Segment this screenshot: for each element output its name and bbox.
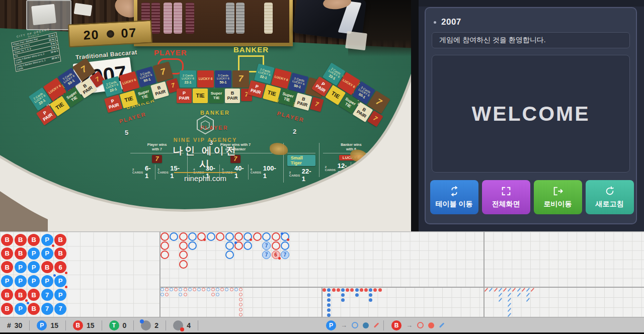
big-eye-cell	[184, 288, 187, 291]
player-badge-icon: P	[37, 320, 47, 330]
bet-spot-label: PAIR	[108, 102, 120, 110]
banker-pair-dot-icon	[287, 238, 289, 241]
small-road-cell	[355, 293, 359, 297]
bead-cell: B	[54, 247, 66, 260]
bead-cell: B	[41, 261, 53, 273]
banker-badge-icon: B	[73, 320, 83, 330]
small-road-cell	[373, 288, 377, 292]
bet-spot-label: 3 Cards	[218, 74, 228, 77]
cards-label: 3 CARDS	[389, 176, 400, 182]
bet-spot: 7	[232, 70, 249, 88]
refresh-button[interactable]: 새로고침	[586, 180, 634, 214]
lobby-button[interactable]: 로비이동	[534, 180, 582, 214]
small-road-cell	[332, 288, 336, 292]
small-road-cell	[327, 303, 331, 307]
big-eye-cell	[239, 313, 243, 316]
big-road-cell	[281, 232, 289, 241]
bet-spot-label: TIE	[283, 97, 290, 103]
bet-spot-label: TIE	[213, 96, 219, 101]
big-road-cell	[170, 232, 178, 241]
bead-cell: P	[54, 275, 66, 287]
fullscreen-button[interactable]: 전체화면	[482, 180, 530, 214]
small-road-cell	[327, 308, 331, 312]
big-road-cell	[234, 241, 243, 250]
discard-holder	[26, 0, 71, 30]
cards-label: 6 CARDS	[251, 168, 262, 174]
big-eye-cell	[207, 288, 210, 291]
chip-column	[236, 3, 245, 34]
big-eye-cell	[239, 288, 243, 291]
rate-odds: 20 to 1	[51, 56, 59, 62]
big-eye-cell	[211, 293, 215, 296]
big-road-cell	[225, 251, 234, 259]
big-road-cell	[272, 241, 280, 250]
bead-cell: P	[41, 247, 53, 260]
bet-spot-label: PAIR	[314, 84, 326, 93]
section-divider	[484, 232, 485, 317]
big-road-cell	[160, 241, 169, 250]
banker-label: BANKER	[233, 45, 269, 54]
small-road-cell	[327, 288, 331, 292]
payout-plaque: Banker winswith 6LUCKY 62 CARDS12-13 CAR…	[319, 143, 383, 177]
banker-pair-dot-icon	[180, 327, 184, 331]
player-badge-icon: P	[326, 320, 336, 330]
banker-badge-icon: B	[391, 320, 401, 330]
player-pair-dot-icon	[27, 302, 29, 304]
big-eye-cell	[193, 288, 196, 291]
section-divider	[321, 287, 323, 317]
banker-count-value: 15	[87, 321, 95, 329]
divider	[383, 320, 384, 330]
odds-value: 6-1	[145, 164, 153, 180]
cards-label: 2 CARDS	[325, 165, 337, 172]
player-pair-value: 2	[154, 321, 158, 329]
plaque-badge-sub: 3 CARDS LUCKY 6	[389, 168, 414, 171]
table-move-button[interactable]: 테이블 이동	[430, 180, 478, 214]
big-road-cell	[216, 232, 224, 241]
bead-cell: P	[1, 275, 13, 287]
bead-cell: P	[15, 261, 27, 273]
bead-cell: B	[15, 234, 27, 246]
bet-spot-group: 2 CardsLUCKY 622-1LUCKY 63 CardsLUCKY 65…	[176, 70, 253, 103]
big-road-cell: 6	[272, 251, 280, 259]
bead-cell: B	[1, 247, 13, 260]
small-road-cell	[364, 288, 368, 292]
big-road-cell	[272, 232, 280, 241]
small-road-cell	[346, 288, 349, 292]
bead-cell: P	[15, 303, 27, 315]
plaque-odds-cell: 2 CARDS22-1	[287, 168, 315, 183]
bet-spot: BPAIR	[225, 89, 240, 103]
plaque-badge: Small Tiger	[287, 155, 315, 166]
big-eye-cell	[216, 288, 219, 291]
hash-icon: #	[7, 321, 11, 329]
big-road-cell	[281, 241, 289, 250]
plaque-badge: 7	[152, 155, 163, 163]
slash-icon	[439, 322, 444, 327]
rate-card-small	[345, 31, 367, 51]
bet-spot-label: 7	[374, 97, 383, 108]
bet-spot-label: LUCKY 6	[274, 75, 289, 82]
big-road-cell	[160, 251, 169, 259]
lobby-icon	[552, 186, 564, 197]
bet-spot-label: LUCKY 6	[48, 84, 61, 95]
small-road-cell	[378, 288, 382, 292]
watermark-divider	[174, 172, 236, 173]
chip-column	[151, 3, 160, 34]
player-pair-icon	[141, 320, 151, 330]
banker-pair-count: 4	[166, 320, 198, 330]
plaque-odds-row: 2 CARDS12-13 CARDS20-1	[323, 162, 380, 177]
bead-cell: P	[15, 275, 27, 287]
small-road-cell	[327, 293, 331, 297]
bet-spot-row: 2 CardsLUCKY 622-1LUCKY 63 CardsLUCKY 65…	[176, 70, 253, 88]
big-road-cell	[244, 232, 252, 241]
small-road-cell	[360, 288, 363, 292]
button-label: 전체화면	[492, 200, 520, 209]
banker-pair-dot-icon	[278, 257, 281, 260]
chip-column	[264, 3, 273, 34]
big-road-cell	[188, 241, 197, 250]
big-eye-cell	[165, 293, 169, 296]
bet-spot-label: TIE	[124, 95, 134, 103]
welcome-box: WELCOME	[432, 55, 630, 173]
odds-value: 20-1	[366, 162, 377, 177]
plate-left: 20	[83, 27, 100, 43]
chip-column	[174, 3, 182, 34]
